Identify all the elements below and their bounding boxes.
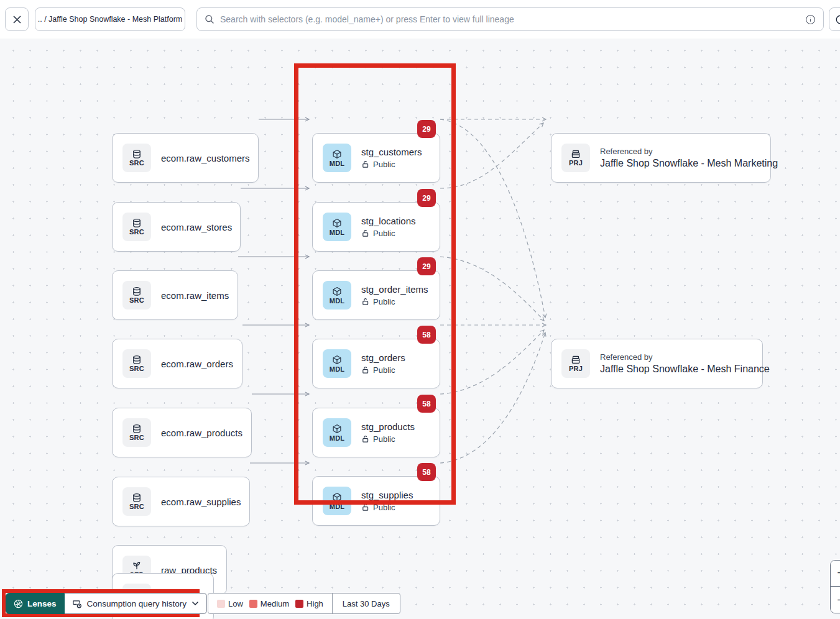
node-name: stg_orders	[361, 352, 405, 363]
model-node-stg-supplies[interactable]: 58 MDL stg_supplies Public	[312, 476, 440, 526]
source-icon-tile: SRC	[122, 144, 151, 172]
model-icon-tile: MDL	[323, 213, 351, 241]
legend-item-high: High	[295, 599, 323, 608]
referenced-by-label: Referenced by	[600, 147, 778, 156]
chevron-down-icon	[192, 601, 199, 606]
model-icon-tile: MDL	[323, 144, 351, 172]
node-name: stg_products	[361, 421, 415, 432]
node-type-label: MDL	[330, 229, 344, 236]
database-icon	[132, 150, 142, 158]
access-label: Public	[373, 434, 395, 444]
cube-icon	[332, 287, 342, 296]
node-type-label: PRJ	[569, 365, 583, 372]
model-icon-tile: MDL	[323, 418, 351, 447]
cube-icon	[332, 218, 342, 228]
database-icon	[132, 219, 142, 227]
search-icon	[205, 14, 215, 24]
help-button-partial[interactable]	[829, 7, 840, 31]
usage-badge: 29	[417, 189, 436, 207]
lineage-canvas[interactable]: SRC ecom.raw_customers SRC ecom.raw_stor…	[0, 39, 840, 619]
node-type-label: MDL	[330, 297, 344, 305]
database-icon	[132, 493, 142, 502]
model-node-stg-products[interactable]: 58 MDL stg_products Public	[312, 408, 440, 457]
legend-swatches: Low Medium High	[208, 594, 332, 613]
model-node-stg-order-items[interactable]: 29 MDL stg_order_items Public	[312, 270, 440, 320]
source-icon-tile: SRC	[122, 418, 151, 447]
usage-badge: 58	[417, 326, 436, 344]
project-node-mesh-marketing[interactable]: PRJ Referenced by Jaffle Shop Snowflake …	[551, 133, 771, 183]
close-button[interactable]	[5, 7, 29, 31]
node-type-label: SRC	[129, 503, 144, 510]
project-icon-tile: PRJ	[561, 144, 590, 172]
medium-swatch	[249, 600, 257, 608]
source-node-raw-stores[interactable]: SRC ecom.raw_stores	[112, 202, 241, 252]
node-type-label: SRC	[129, 159, 144, 167]
node-type-label: MDL	[330, 434, 344, 442]
node-name: ecom.raw_supplies	[161, 497, 241, 507]
source-node-raw-items[interactable]: SRC ecom.raw_items	[112, 270, 238, 320]
source-icon-tile: SRC	[122, 213, 151, 241]
source-node-raw-orders[interactable]: SRC ecom.raw_orders	[112, 339, 242, 388]
node-type-label: SRC	[129, 228, 144, 236]
zoom-in-button[interactable]: +	[831, 561, 840, 587]
circle-glyph-icon	[835, 14, 840, 25]
node-type-label: MDL	[330, 365, 344, 373]
database-icon	[132, 287, 142, 296]
unlock-icon	[361, 298, 369, 306]
cube-icon	[332, 355, 342, 365]
consumption-legend: Low Medium High Last 30 Days	[208, 593, 400, 614]
period-label: Last 30 Days	[343, 599, 390, 608]
source-node-raw-supplies[interactable]: SRC ecom.raw_supplies	[112, 477, 250, 526]
node-name: stg_customers	[361, 147, 422, 157]
project-box-icon	[571, 150, 581, 158]
access-label: Public	[373, 297, 395, 306]
source-icon-tile: SRC	[122, 281, 151, 310]
zoom-controls: + −	[830, 560, 840, 613]
lenses-button-label: Lenses	[27, 599, 57, 608]
lineage-search[interactable]	[196, 7, 824, 31]
breadcrumb[interactable]: .. / Jaffle Shop Snowflake - Mesh Platfo…	[35, 7, 185, 31]
node-name: ecom.raw_customers	[161, 153, 250, 163]
node-name: ecom.raw_products	[161, 428, 242, 438]
cube-icon	[332, 492, 342, 502]
low-swatch	[217, 600, 225, 608]
source-node-raw-customers[interactable]: SRC ecom.raw_customers	[112, 133, 259, 183]
query-history-icon	[72, 599, 82, 608]
search-input[interactable]	[220, 14, 800, 24]
node-name: stg_supplies	[361, 490, 413, 500]
project-node-mesh-finance[interactable]: PRJ Referenced by Jaffle Shop Snowflake …	[551, 339, 763, 388]
cube-icon	[332, 424, 342, 434]
lenses-toolbar: Lenses Consumption query history	[6, 593, 207, 614]
model-icon-tile: MDL	[323, 281, 351, 310]
model-node-stg-locations[interactable]: 29 MDL stg_locations Public	[312, 202, 440, 252]
unlock-icon	[361, 503, 369, 511]
legend-label: Low	[228, 599, 243, 608]
lens-selector[interactable]: Consumption query history	[65, 593, 208, 614]
node-name: stg_locations	[361, 216, 416, 226]
project-icon-tile: PRJ	[561, 349, 590, 378]
info-icon[interactable]	[805, 14, 816, 25]
database-icon	[132, 424, 142, 433]
model-node-stg-orders[interactable]: 58 MDL stg_orders Public	[312, 339, 440, 388]
access-label: Public	[373, 365, 395, 375]
model-node-stg-customers[interactable]: 29 MDL stg_customers Public	[312, 133, 440, 183]
unlock-icon	[361, 229, 369, 237]
breadcrumb-label: .. / Jaffle Shop Snowflake - Mesh Platfo…	[38, 15, 183, 24]
high-swatch	[295, 600, 303, 608]
node-name: ecom.raw_orders	[161, 359, 233, 369]
sprout-icon	[132, 561, 142, 571]
source-icon-tile: SRC	[122, 487, 151, 516]
referenced-by-label: Referenced by	[600, 352, 770, 362]
close-icon	[12, 15, 22, 24]
legend-period[interactable]: Last 30 Days	[332, 594, 400, 613]
top-bar: .. / Jaffle Shop Snowflake - Mesh Platfo…	[0, 0, 840, 39]
node-type-label: SRC	[129, 296, 144, 304]
node-type-label: MDL	[330, 503, 344, 510]
source-node-raw-products[interactable]: SRC ecom.raw_products	[112, 408, 252, 457]
access-label: Public	[373, 503, 395, 512]
node-type-label: PRJ	[569, 159, 583, 167]
node-type-label: SRC	[129, 365, 144, 372]
access-label: Public	[373, 160, 395, 169]
zoom-out-button[interactable]: −	[831, 587, 840, 613]
lenses-button[interactable]: Lenses	[6, 593, 65, 614]
